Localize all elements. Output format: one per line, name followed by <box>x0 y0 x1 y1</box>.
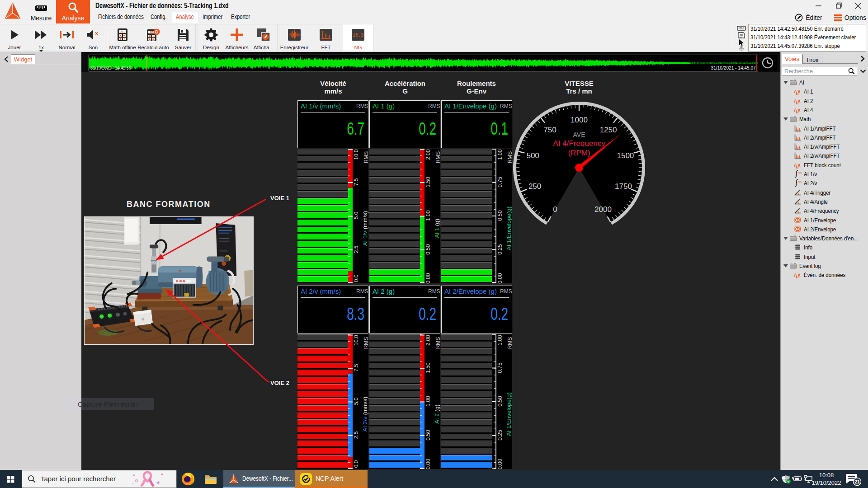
tree-item-ai-4-angle[interactable]: AI 4/Angle <box>781 197 868 206</box>
options-button[interactable]: Options <box>834 14 866 21</box>
note-icon <box>738 33 745 38</box>
event-log-entry: 31/10/2021 14:45:07.39286 Enr. stoppé <box>750 42 854 51</box>
bar-segment-lit <box>297 405 348 411</box>
toolbar-button-ng[interactable]: 26.3NG <box>343 24 373 51</box>
bar-segment-off <box>369 441 420 446</box>
tree-item-ai-1-amplfft[interactable]: AI 1/AmplFFT <box>781 124 868 133</box>
tree-item-label: AI 2/AmplFFT <box>804 134 836 141</box>
tree-item-ai-2-v-amplfft[interactable]: AI 2/v/AmplFFT <box>781 151 868 160</box>
taskbar-app-dewesoftx[interactable]: DewesoftX - Fichier... <box>223 470 295 488</box>
search-options-chevron[interactable] <box>860 69 866 73</box>
bar-segment-off <box>369 419 420 425</box>
bar-segment-off <box>441 212 492 218</box>
bar-segment-off <box>297 184 348 190</box>
bar-segment-off <box>369 227 420 233</box>
channel-search-box[interactable]: Recherche <box>782 66 857 76</box>
file-explorer-icon[interactable] <box>203 472 218 486</box>
menu-item-analyse[interactable]: Analyse <box>176 12 194 23</box>
tree-item-fft-block-count[interactable]: FFT block count <box>781 160 868 169</box>
overview-clock-button[interactable] <box>759 55 777 71</box>
tree-item-ai-1-envelope[interactable]: AI 1/Envelope <box>781 216 868 225</box>
tab-voies[interactable]: Voies <box>782 54 802 64</box>
notification-center-icon[interactable]: 21 <box>843 470 863 488</box>
titlebar: Mesure Analyse DewesoftX - Fichier de do… <box>0 0 868 23</box>
recorder-icon <box>285 27 303 42</box>
tree-item-ai-1-v-amplfft[interactable]: AI 1/v/AmplFFT <box>781 142 868 151</box>
meter-channel-label: AI 2 (g) <box>373 287 395 295</box>
restore-button[interactable] <box>828 0 848 12</box>
fft-icon <box>794 125 802 132</box>
tree-item-math[interactable]: Math <box>781 114 868 123</box>
tree-expander-icon[interactable] <box>783 264 788 267</box>
overview-cursor[interactable] <box>146 55 147 71</box>
fft-icon <box>794 143 802 150</box>
start-button[interactable] <box>0 470 22 488</box>
bar-segment-off <box>441 342 492 347</box>
overview-strip: 31/10/2021 - 14:42:50 31/10/2021 - 14:45… <box>81 52 780 72</box>
tree-item-variables-donn-es-d-en-[interactable]: Variables/Données d'en... <box>781 234 868 243</box>
svg-text:AVE: AVE <box>573 131 585 138</box>
menu-item-config-[interactable]: Config. <box>151 12 166 23</box>
tree-item-ai[interactable]: AI <box>781 78 868 87</box>
bar-graph-ai-1-v: 0.02.55.07.510.0RMSAI 1/v (mm/s) <box>297 149 368 283</box>
tree-item-label: AI 1 <box>804 88 813 95</box>
menu-item-exporter[interactable]: Exporter <box>231 12 250 23</box>
tree-item-ai-2-envelope[interactable]: AI 2/Envelope <box>781 225 868 234</box>
bar-segment-off <box>441 241 492 247</box>
tree-item-ai-4[interactable]: AI 4 <box>781 105 868 114</box>
event-log-list[interactable]: 31/10/2021 14:42:50.48150 Enr. démarré31… <box>748 24 866 52</box>
angle-icon <box>794 207 802 214</box>
tree-item-ai-2-v[interactable]: (dt)AI 2/v <box>781 178 868 188</box>
tree-item-ai-1[interactable]: AI 1 <box>781 87 868 96</box>
tree-item-label: Event log <box>799 263 821 269</box>
search-placeholder: Recherche <box>784 68 813 75</box>
tab-tiroir[interactable]: Tiroir <box>802 55 822 64</box>
bar-segment-lit <box>297 441 348 446</box>
sidebar-tab-widget[interactable]: Widget <box>11 54 35 64</box>
tree-expander-icon[interactable] <box>783 117 788 121</box>
tree-item-input[interactable]: Input <box>781 252 868 261</box>
editer-button[interactable]: Éditer <box>795 14 822 22</box>
wave-icon <box>794 271 802 278</box>
column-header: Roulements G-Env <box>431 80 522 95</box>
bar-graph-ai-1: 0.000.501.001.502.00RMSAI 1 (g) <box>369 149 440 283</box>
tree-item--v-n-de-donn-es[interactable]: Évèn. de données <box>781 270 868 279</box>
menu-item-imprimer[interactable]: Imprimer <box>203 12 222 23</box>
panel-expand-chevron[interactable] <box>860 56 865 62</box>
close-button[interactable] <box>848 0 868 12</box>
tree-item-ai-2[interactable]: AI 2 <box>781 96 868 105</box>
tree-expander-icon[interactable] <box>783 237 788 240</box>
menu-item-fichiers-de-donn-es[interactable]: Fichiers de données <box>98 12 144 23</box>
tree-item-ai-1-v[interactable]: (dt)AI 1/v <box>781 169 868 178</box>
bar-tick-label: 0.0 <box>353 458 359 470</box>
plus-icon <box>228 27 246 42</box>
taskbar-app-ncp-label: NCP Alert <box>316 475 343 482</box>
tree-item-info[interactable]: Info <box>781 243 868 252</box>
bar-segment-off <box>297 156 348 162</box>
bar-segment-lit <box>297 434 348 440</box>
taskbar-search-placeholder: Taper ici pour rechercher <box>41 475 116 483</box>
overview-waveform[interactable]: 31/10/2021 - 14:42:50 31/10/2021 - 14:45… <box>89 55 758 71</box>
tree-item-ai-4-trigger[interactable]: AI 4/Trigger <box>781 188 868 197</box>
bar-segment-off <box>369 163 420 169</box>
tree-item-ai-4-frequency[interactable]: AI 4/Frequency <box>781 206 868 215</box>
angle-icon <box>794 198 802 205</box>
tree-expander-icon[interactable] <box>783 81 788 84</box>
bar-segment-off <box>297 191 348 197</box>
taskbar-app-ncp-alert[interactable]: NCP Alert <box>295 470 368 488</box>
digital-meter: AI 1 (g)RMS0.2 <box>369 100 440 148</box>
ffwd-icon <box>32 27 50 42</box>
meter-stat-label: RMS <box>428 288 440 295</box>
tray-clock[interactable]: 10:08 19/10/2022 <box>808 471 844 487</box>
bar-tick-label: 7.5 <box>353 361 359 374</box>
bar-tick-label: 1.00 <box>497 148 503 161</box>
firefox-icon[interactable] <box>181 472 195 486</box>
taskbar-search[interactable]: Taper ici pour rechercher <box>22 470 177 488</box>
bar-segment-lit <box>297 391 348 397</box>
tree-item-event-log[interactable]: Event log <box>781 261 868 270</box>
sidebar-collapse-chevron[interactable] <box>4 56 9 62</box>
minimize-button[interactable] <box>808 0 828 12</box>
overview-start-time: 31/10/2021 - 14:42:50 <box>90 66 131 70</box>
tree-item-ai-2-amplfft[interactable]: AI 2/AmplFFT <box>781 133 868 142</box>
rows-icon <box>794 253 802 260</box>
